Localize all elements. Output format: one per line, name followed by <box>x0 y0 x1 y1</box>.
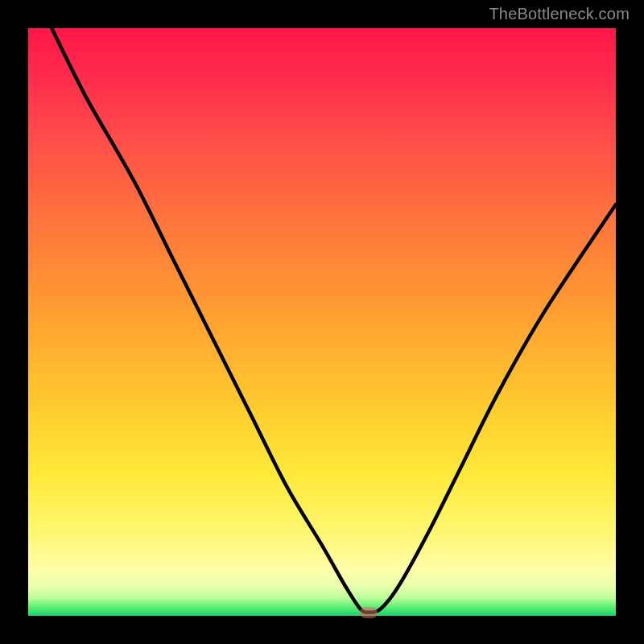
bottleneck-curve <box>28 28 616 616</box>
minimum-marker <box>360 607 378 618</box>
watermark-text: TheBottleneck.com <box>489 5 630 23</box>
plot-area <box>28 28 616 616</box>
chart-frame: TheBottleneck.com <box>0 0 644 644</box>
